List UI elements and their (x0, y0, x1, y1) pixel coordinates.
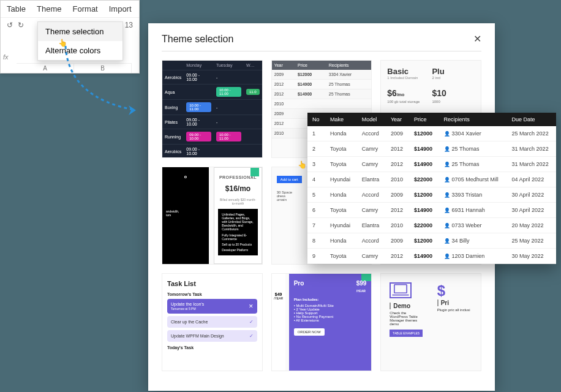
t1-col-wed: W… (244, 61, 262, 70)
theme-thumb-pro-plan[interactable]: $49 /YEAR Pro $99/YEAR Plan Includes: • … (271, 273, 372, 371)
undo-icon[interactable]: ↺ (7, 21, 13, 29)
table-row[interactable]: 6ToyotaCamry2012$14900👤6931 Hannah30 Apr… (307, 203, 556, 218)
user-icon: 👤 (444, 177, 450, 183)
user-icon: 👤 (444, 162, 450, 167)
spreadsheet-window: Table Theme Format Import ↺ ↻ 13 fx A B … (0, 0, 140, 74)
user-icon: 👤 (444, 254, 450, 259)
floating-data-table: No Make Model Year Price Recipients Due … (307, 113, 556, 264)
font-size-value[interactable]: 13 (125, 21, 133, 29)
redo-icon[interactable]: ↻ (18, 21, 24, 29)
t1-row: Aerobics (162, 70, 184, 85)
t4-card-right: PROFESSIONAL $16/mo Billed annually $20 … (214, 167, 262, 264)
close-icon: ✕ (249, 303, 254, 309)
user-icon: 👤 (444, 208, 450, 213)
table-row[interactable]: 3ToyotaCamry2012$14900👤25 Thomas31 March… (307, 157, 556, 172)
t1-col-mon: Monday (184, 61, 214, 70)
svg-rect-0 (394, 285, 407, 293)
user-icon: 👤 (444, 146, 450, 152)
table-row[interactable]: 7HyundaiElantra2010$22000👤0733 Weber20 M… (307, 218, 556, 233)
theme-thumb-schedule[interactable]: MondayTuesdayW… Aerobics09.00 - 10.00- A… (162, 60, 263, 158)
theme-thumb-professional[interactable]: o andwidth, tors PROFESSIONAL $16/mo Bil… (162, 167, 263, 265)
user-icon: 👤 (444, 192, 450, 198)
table-row[interactable]: 9ToyotaCamry2012$14900👤1203 Damien30 May… (307, 249, 556, 264)
menu-format[interactable]: Format (73, 4, 98, 13)
col-a[interactable]: A (17, 63, 74, 73)
close-icon[interactable]: ✕ (473, 33, 481, 45)
order-now-button: ORDER NOW (294, 328, 325, 336)
dollar-icon: $ (437, 282, 472, 300)
check-icon: ✓ (249, 319, 254, 325)
table-examples-button: TABLE EXAMPLES (390, 330, 423, 337)
dropdown-theme-selection[interactable]: Theme selection (38, 22, 122, 41)
theme-thumb-demo[interactable]: Demo Check the WordPress Table Manager t… (380, 273, 481, 371)
dialog-title: Theme selection (162, 34, 233, 45)
user-icon: 👤 (444, 238, 450, 244)
table-row[interactable]: 1HondaAccord2009$12000👤3304 Xavier25 Mar… (307, 126, 556, 141)
formula-label: fx (3, 53, 9, 61)
col-b[interactable]: B (74, 63, 132, 73)
dropdown-alternate-colors[interactable]: Alternate colors (38, 41, 122, 60)
table-row[interactable]: 5HondaAccord2009$12000👤3393 Tristan30 Ap… (307, 187, 556, 203)
table-header: No Make Model Year Price Recipients Due … (307, 113, 556, 126)
user-icon: 👤 (444, 131, 450, 137)
badge-icon (250, 168, 259, 176)
theme-dropdown: Theme selection Alternate colors (37, 21, 123, 61)
table-row[interactable]: 2ToyotaCamry2012$14900👤25 Thomas31 March… (307, 141, 556, 157)
t4-card-left: o andwidth, tors (162, 167, 209, 264)
theme-thumb-task-list[interactable]: Task List Tomorrow's Task Update the Ico… (162, 273, 263, 371)
column-headers: A B (17, 63, 132, 73)
add-to-cart-button: Add to cart (277, 176, 302, 183)
user-icon: 👤 (444, 223, 450, 228)
check-icon: ✓ (249, 333, 254, 339)
laptop-icon (390, 282, 412, 298)
menu-bar: Table Theme Format Import (1, 1, 139, 18)
table-row[interactable]: 8HondaAccord2009$12000👤34 Billy25 May 20… (307, 233, 556, 249)
menu-theme[interactable]: Theme (37, 4, 61, 13)
table-row[interactable]: 4HyundaiElantra2010$22000👤0705 Medhurst … (307, 172, 556, 187)
t1-col-tue: Tuesday (214, 61, 244, 70)
menu-table[interactable]: Table (7, 4, 26, 13)
menu-import[interactable]: Import (109, 4, 132, 13)
